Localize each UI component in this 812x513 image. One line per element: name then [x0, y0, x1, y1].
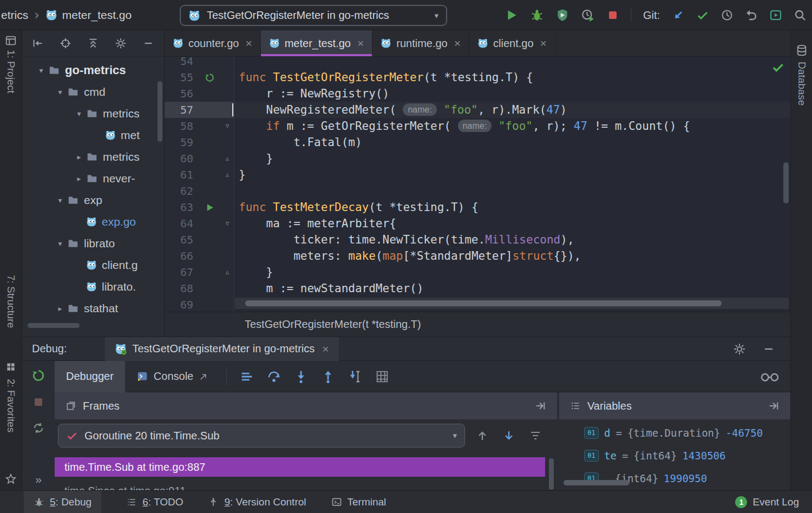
chevron-right-icon[interactable]: ▸: [72, 174, 86, 183]
frame-item[interactable]: time.Since at time.go:911: [55, 481, 545, 490]
tab-runtime.go[interactable]: runtime.go×: [372, 30, 469, 56]
code-line-64[interactable]: 64▿ ma := meterArbiter{: [165, 215, 790, 232]
next-frame-button[interactable]: [502, 429, 515, 442]
watches-icon[interactable]: [760, 371, 780, 382]
project-scrollbar-vertical[interactable]: [158, 81, 162, 142]
select-opened-file-button[interactable]: [32, 37, 44, 49]
history-button[interactable]: [721, 9, 734, 22]
run-test-icon[interactable]: [198, 199, 221, 215]
close-icon[interactable]: ×: [357, 37, 364, 50]
settings-icon[interactable]: [115, 37, 127, 49]
stripe-structure[interactable]: 7: Structure: [5, 275, 17, 328]
hide-panel-icon[interactable]: [534, 400, 546, 412]
profiler-button[interactable]: [581, 8, 595, 22]
tab-console[interactable]: Console: [125, 361, 220, 392]
variable-item[interactable]: 01{int64} 1990950: [559, 467, 790, 490]
frame-item[interactable]: time.Time.Sub at time.go:887: [55, 457, 545, 477]
chevron-down-icon[interactable]: ▾: [53, 239, 67, 248]
close-icon[interactable]: ×: [322, 343, 329, 356]
code-line-61[interactable]: 61▵}: [165, 167, 790, 183]
code-line-54[interactable]: 54: [165, 57, 790, 69]
breadcrumb-function[interactable]: TestGetOrRegisterMeter(t *testing.T): [245, 318, 421, 331]
run-button[interactable]: [505, 8, 519, 22]
stop-button[interactable]: [606, 9, 619, 22]
run-anything-button[interactable]: [769, 9, 782, 22]
locate-button[interactable]: [60, 37, 71, 49]
tab-meter_test.go[interactable]: meter_test.go×: [261, 30, 373, 56]
hide-frames-button[interactable]: [529, 429, 542, 442]
close-icon[interactable]: ×: [245, 37, 252, 50]
coverage-button[interactable]: [555, 8, 569, 22]
hide-panel-button[interactable]: [142, 37, 154, 49]
debug-button[interactable]: [530, 8, 544, 22]
code-line-60[interactable]: 60▵ }: [165, 150, 790, 167]
database-toolwindow-icon[interactable]: [796, 44, 808, 56]
collapse-all-button[interactable]: [87, 37, 99, 49]
star-icon[interactable]: [5, 473, 17, 485]
code-line-68[interactable]: 68 m := newStandardMeter(): [165, 280, 790, 297]
fold-icon[interactable]: ▿: [221, 118, 234, 134]
tree-item-librato[interactable]: ▾librato: [22, 233, 164, 254]
fold-icon[interactable]: ▵: [221, 150, 234, 167]
code-line-67[interactable]: 67▵ }: [165, 264, 790, 280]
tree-item-client.g[interactable]: client.g: [22, 254, 164, 276]
variable-item[interactable]: 01d = {time.Duration} -46750: [559, 422, 790, 444]
tree-item-go-metrics[interactable]: ▾go-metrics: [22, 60, 164, 81]
stripe-project[interactable]: 1: Project: [5, 50, 17, 93]
rerun-test-icon[interactable]: [198, 69, 221, 86]
chevron-down-icon[interactable]: ▾: [72, 109, 86, 118]
breadcrumb-project[interactable]: etrics: [1, 9, 28, 22]
stop-process-button[interactable]: [32, 396, 45, 409]
stripe-favorites[interactable]: 2: Favorites: [5, 379, 17, 432]
tab-debugger[interactable]: Debugger: [55, 361, 125, 392]
previous-frame-button[interactable]: [476, 429, 489, 442]
jump-to-output-icon[interactable]: [199, 372, 208, 382]
tree-item-cmd[interactable]: ▾cmd: [22, 81, 164, 103]
rollback-button[interactable]: [745, 9, 758, 22]
thread-selector[interactable]: Goroutine 20 time.Time.Sub ▾: [58, 424, 465, 448]
event-log[interactable]: 1 Event Log: [735, 496, 812, 508]
tab-counter.go[interactable]: counter.go×: [165, 30, 261, 56]
run-config-selector[interactable]: TestGetOrRegisterMeter in go-metrics ▾: [180, 5, 447, 26]
variables-scrollbar[interactable]: [564, 480, 630, 485]
code-line-57[interactable]: 57 NewRegisteredMeter( name: "foo", r).M…: [165, 102, 790, 118]
statusbar-vcs[interactable]: 9: Version Control: [208, 491, 306, 513]
fold-icon[interactable]: ▵: [221, 167, 234, 183]
resume-button[interactable]: [32, 422, 45, 435]
close-icon[interactable]: ×: [540, 37, 547, 50]
tree-item-met[interactable]: met: [22, 124, 164, 146]
code-line-58[interactable]: 58▿ if m := GetOrRegisterMeter( name: "f…: [165, 118, 790, 134]
code-line-56[interactable]: 56 r := NewRegistry(): [165, 86, 790, 102]
code-line-65[interactable]: 65 ticker: time.NewTicker(time.Milliseco…: [165, 232, 790, 248]
chevron-down-icon[interactable]: ▾: [53, 196, 67, 205]
statusbar-debug[interactable]: 5: Debug: [24, 491, 101, 513]
step-over-button[interactable]: [266, 369, 281, 384]
statusbar-terminal[interactable]: Terminal: [331, 491, 387, 513]
frames-scrollbar[interactable]: [549, 458, 554, 490]
fold-icon[interactable]: ▵: [221, 264, 234, 280]
inspections-ok-icon[interactable]: [771, 60, 785, 74]
editor-scrollbar-vertical[interactable]: [783, 162, 789, 203]
chevron-right-icon[interactable]: ▸: [53, 304, 67, 313]
tree-item-exp[interactable]: ▾exp: [22, 189, 164, 211]
statusbar-todo[interactable]: 6: TODO: [126, 491, 183, 513]
step-into-button[interactable]: [293, 369, 309, 384]
tab-client.go[interactable]: client.go×: [469, 30, 555, 56]
tree-item-metrics[interactable]: ▾metrics: [22, 103, 164, 124]
hide-panel-icon[interactable]: [768, 400, 780, 412]
more-actions-icon[interactable]: »: [35, 473, 42, 486]
tree-item-stathat[interactable]: ▸stathat: [22, 298, 164, 319]
tree-item-librato.[interactable]: librato.: [22, 276, 164, 298]
run-to-cursor-button[interactable]: [348, 369, 363, 384]
editor-scrollbar-horizontal[interactable]: [234, 297, 789, 310]
fold-icon[interactable]: ▿: [221, 215, 234, 232]
code-line-63[interactable]: 63func TestMeterDecay(t *testing.T) {: [165, 199, 790, 215]
favorites-toolwindow-icon[interactable]: [5, 361, 16, 372]
project-scrollbar-horizontal[interactable]: [28, 323, 80, 328]
tree-item-exp.go[interactable]: exp.go: [22, 211, 164, 233]
chevron-down-icon[interactable]: ▾: [53, 88, 67, 96]
code-line-66[interactable]: 66 meters: make(map[*StandardMeter]struc…: [165, 248, 790, 264]
settings-icon[interactable]: [733, 343, 746, 356]
chevron-down-icon[interactable]: ▾: [34, 66, 48, 75]
close-icon[interactable]: ×: [454, 37, 461, 50]
